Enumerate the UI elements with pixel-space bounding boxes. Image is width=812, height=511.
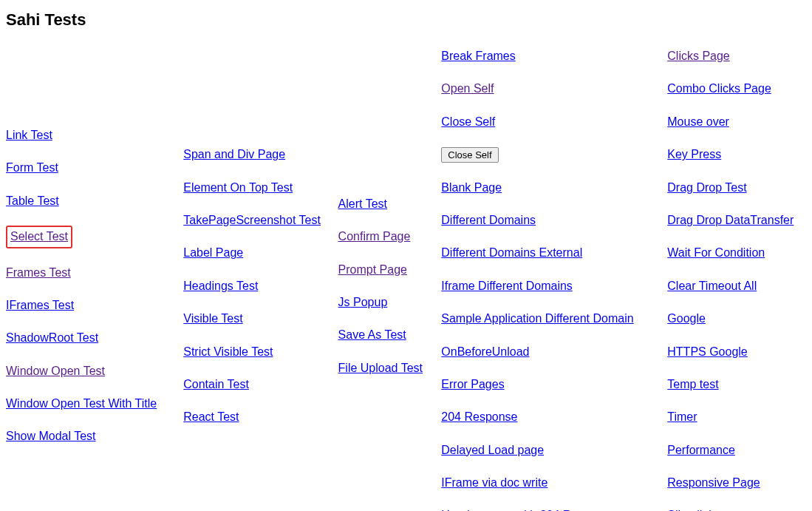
onbeforeunload-link[interactable]: OnBeforeUnload xyxy=(441,345,529,358)
show-modal-test-link[interactable]: Show Modal Test xyxy=(6,430,96,442)
link-row: Strict Visible Test xyxy=(183,344,326,360)
link-row: Sample Application Different Domain xyxy=(441,311,655,327)
combo-clicks-page-link[interactable]: Combo Clicks Page xyxy=(667,82,771,95)
clicks-page-link[interactable]: Clicks Page xyxy=(667,50,729,62)
link-row: Open Self xyxy=(441,81,655,97)
link-row: Head request with 204 Response xyxy=(441,507,655,511)
performance-link[interactable]: Performance xyxy=(667,444,735,456)
google-link[interactable]: Google xyxy=(667,312,706,325)
link-row: Window Open Test xyxy=(6,363,171,379)
link-row: Wait For Condition xyxy=(667,245,802,261)
break-frames-link[interactable]: Break Frames xyxy=(441,50,515,62)
save-as-test-link[interactable]: Save As Test xyxy=(338,328,406,341)
link-row: HTTPS Google xyxy=(667,344,802,360)
column-1: Link TestForm TestTable TestSelect TestF… xyxy=(6,119,171,453)
link-row: Headings Test xyxy=(183,278,326,294)
strict-visible-test-link[interactable]: Strict Visible Test xyxy=(183,345,273,358)
span-and-div-page-link[interactable]: Span and Div Page xyxy=(183,148,285,160)
link-row: Close Self xyxy=(441,114,655,130)
visible-test-link[interactable]: Visible Test xyxy=(183,312,242,325)
link-row: IFrame via doc write xyxy=(441,475,655,491)
window-open-test-link[interactable]: Window Open Test xyxy=(6,365,105,377)
frames-test-link[interactable]: Frames Test xyxy=(6,266,71,279)
link-row: Timer xyxy=(667,409,802,425)
headings-test-link[interactable]: Headings Test xyxy=(183,280,258,292)
key-press-link[interactable]: Key Press xyxy=(667,148,721,160)
link-row: Close Self xyxy=(441,146,655,163)
link-row: Performance xyxy=(667,442,802,458)
table-test-link[interactable]: Table Test xyxy=(6,194,59,207)
confirm-page-link[interactable]: Confirm Page xyxy=(338,230,411,243)
link-row: Save As Test xyxy=(338,327,430,343)
js-popup-link[interactable]: Js Popup xyxy=(338,296,388,308)
link-row: Key Press xyxy=(667,146,802,163)
iframe-different-domains-link[interactable]: Iframe Different Domains xyxy=(441,280,573,292)
responsive-page-link[interactable]: Responsive Page xyxy=(667,476,760,489)
link-row: Table Test xyxy=(6,193,171,209)
link-row: Error Pages xyxy=(441,376,655,393)
delayed-load-page-link[interactable]: Delayed Load page xyxy=(441,444,544,456)
link-row: Drag Drop DataTransfer xyxy=(667,212,802,229)
iframes-test-link[interactable]: IFrames Test xyxy=(6,299,74,311)
mouse-over-link[interactable]: Mouse over xyxy=(667,115,729,128)
shadowroot-test-link[interactable]: ShadowRoot Test xyxy=(6,331,98,344)
alert-test-link[interactable]: Alert Test xyxy=(338,197,387,210)
link-row: Different Domains External xyxy=(441,245,655,261)
clear-timeout-all-link[interactable]: Clear Timeout All xyxy=(667,280,757,292)
react-test-link[interactable]: React Test xyxy=(183,410,239,423)
link-row: Google xyxy=(667,311,802,327)
link-row: IFrames Test xyxy=(6,297,171,314)
link-row: Different Domains xyxy=(441,212,655,229)
link-row: Visible Test xyxy=(183,311,326,327)
link-row: Show Modal Test xyxy=(6,428,171,444)
select-test-link[interactable]: Select Test xyxy=(10,230,68,243)
takepagescreenshot-test-link[interactable]: TakePageScreenshot Test xyxy=(183,214,321,226)
wait-for-condition-link[interactable]: Wait For Condition xyxy=(667,246,765,259)
different-domains-external-link[interactable]: Different Domains External xyxy=(441,246,582,259)
link-row: Blank Page xyxy=(441,180,655,196)
error-pages-link[interactable]: Error Pages xyxy=(441,378,504,390)
https-google-link[interactable]: HTTPS Google xyxy=(667,345,747,358)
window-open-test-with-title-link[interactable]: Window Open Test With Title xyxy=(6,397,157,410)
file-upload-test-link[interactable]: File Upload Test xyxy=(338,362,423,374)
link-row: 204 Response xyxy=(441,409,655,425)
link-row: Frames Test xyxy=(6,265,171,281)
link-test-link[interactable]: Link Test xyxy=(6,129,52,141)
contain-test-link[interactable]: Contain Test xyxy=(183,378,249,390)
page-title: Sahi Tests xyxy=(6,10,806,30)
link-row: Confirm Page xyxy=(338,229,430,245)
timer-link[interactable]: Timer xyxy=(667,410,697,423)
drag-drop-datatransfer-link[interactable]: Drag Drop DataTransfer xyxy=(667,214,794,226)
sample-application-different-domain-link[interactable]: Sample Application Different Domain xyxy=(441,312,633,325)
iframe-via-doc-write-link[interactable]: IFrame via doc write xyxy=(441,476,547,489)
link-row: Contain Test xyxy=(183,376,326,393)
different-domains-link[interactable]: Different Domains xyxy=(441,214,536,226)
link-row: Mouse over xyxy=(667,114,802,130)
link-row: Window Open Test With Title xyxy=(6,396,171,412)
prompt-page-link[interactable]: Prompt Page xyxy=(338,263,407,276)
link-row: OnBeforeUnload xyxy=(441,344,655,360)
link-row: Clicks Page xyxy=(667,48,802,64)
drag-drop-test-link[interactable]: Drag Drop Test xyxy=(667,181,746,194)
temp-test-link[interactable]: Temp test xyxy=(667,378,718,390)
204-response-link[interactable]: 204 Response xyxy=(441,410,517,423)
close-self-button[interactable]: Close Self xyxy=(441,147,498,163)
link-row: Temp test xyxy=(667,376,802,393)
link-row: Iframe Different Domains xyxy=(441,278,655,294)
column-2: Span and Div PageElement On Top TestTake… xyxy=(183,138,326,434)
column-5: Clicks PageCombo Clicks PageMouse overKe… xyxy=(667,40,802,511)
column-3: Alert TestConfirm PagePrompt PageJs Popu… xyxy=(338,188,430,385)
close-self-link[interactable]: Close Self xyxy=(441,115,495,128)
link-row: Select Test xyxy=(6,226,171,248)
link-row: React Test xyxy=(183,409,326,425)
element-on-top-test-link[interactable]: Element On Top Test xyxy=(183,181,293,194)
form-test-link[interactable]: Form Test xyxy=(6,161,58,174)
blank-page-link[interactable]: Blank Page xyxy=(441,181,502,194)
label-page-link[interactable]: Label Page xyxy=(183,246,243,259)
highlight-box: Select Test xyxy=(6,226,72,248)
link-row: Responsive Page xyxy=(667,475,802,491)
link-columns: Link TestForm TestTable TestSelect TestF… xyxy=(6,40,806,511)
link-row: File Upload Test xyxy=(338,360,430,376)
link-row: Alert Test xyxy=(338,196,430,212)
open-self-link[interactable]: Open Self xyxy=(441,82,494,95)
